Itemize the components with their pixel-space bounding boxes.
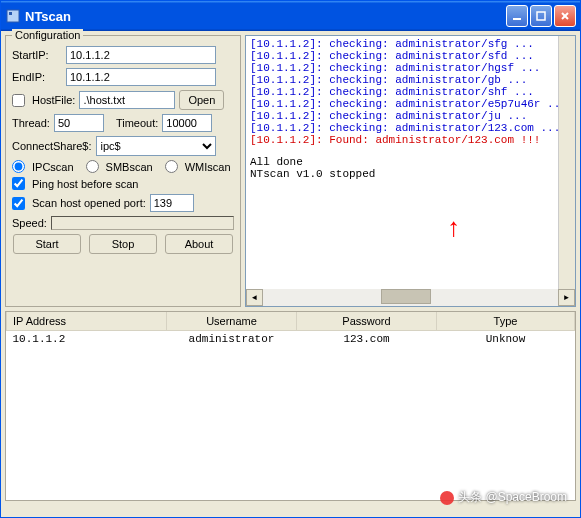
horizontal-scrollbar[interactable]: ◄ ► xyxy=(246,289,575,306)
startip-label: StartIP: xyxy=(12,49,62,61)
smbscan-label: SMBscan xyxy=(106,161,153,173)
log-line: [10.1.1.2]: checking: administrator/sfd … xyxy=(250,50,571,62)
hostfile-checkbox[interactable] xyxy=(12,94,25,107)
endip-input[interactable] xyxy=(66,68,216,86)
stop-button[interactable]: Stop xyxy=(89,234,157,254)
col-type[interactable]: Type xyxy=(437,312,575,330)
log-panel: [10.1.1.2]: checking: administrator/sfg … xyxy=(245,35,576,307)
vertical-scrollbar[interactable] xyxy=(558,36,575,289)
startip-input[interactable] xyxy=(66,46,216,64)
cell-username: administrator xyxy=(167,330,297,347)
config-legend: Configuration xyxy=(12,29,83,41)
main-content: Configuration StartIP: EndIP: HostFile: … xyxy=(1,31,580,311)
about-button[interactable]: About xyxy=(165,234,233,254)
window-buttons xyxy=(506,5,576,27)
scroll-track[interactable] xyxy=(263,289,558,306)
svg-rect-3 xyxy=(537,12,545,20)
titlebar: NTscan xyxy=(1,1,580,31)
timeout-label: Timeout: xyxy=(116,117,158,129)
log-line: [10.1.1.2]: checking: administrator/shf … xyxy=(250,86,571,98)
table-header-row: IP Address Username Password Type xyxy=(7,312,575,330)
openport-checkbox[interactable] xyxy=(12,197,25,210)
speed-bar xyxy=(51,216,234,230)
endip-label: EndIP: xyxy=(12,71,62,83)
log-done: All done xyxy=(250,156,571,168)
svg-rect-1 xyxy=(9,12,12,15)
thread-input[interactable] xyxy=(54,114,104,132)
wmiscan-label: WMIscan xyxy=(185,161,231,173)
conshare-label: ConnectShare$: xyxy=(12,140,92,152)
col-password[interactable]: Password xyxy=(297,312,437,330)
results-table: IP Address Username Password Type 10.1.1… xyxy=(6,312,575,347)
configuration-panel: Configuration StartIP: EndIP: HostFile: … xyxy=(5,35,241,307)
ipcscan-label: IPCscan xyxy=(32,161,74,173)
log-line: [10.1.1.2]: checking: administrator/sfg … xyxy=(250,38,571,50)
cell-password: 123.com xyxy=(297,330,437,347)
watermark-text: 头条 @SpaceBroom xyxy=(458,489,567,506)
log-found: [10.1.1.2]: Found: administrator/123.com… xyxy=(250,134,571,146)
close-button[interactable] xyxy=(554,5,576,27)
thread-label: Thread: xyxy=(12,117,50,129)
scroll-left-icon[interactable]: ◄ xyxy=(246,289,263,306)
cell-ip: 10.1.1.2 xyxy=(7,330,167,347)
table-row[interactable]: 10.1.1.2 administrator 123.com Unknow xyxy=(7,330,575,347)
col-username[interactable]: Username xyxy=(167,312,297,330)
window-title: NTscan xyxy=(25,9,506,24)
ping-label: Ping host before scan xyxy=(32,178,138,190)
speed-label: Speed: xyxy=(12,217,47,229)
svg-rect-0 xyxy=(7,10,19,22)
ipcscan-radio[interactable] xyxy=(12,160,25,173)
log-line: [10.1.1.2]: checking: administrator/hgsf… xyxy=(250,62,571,74)
app-window: NTscan Configuration StartIP: EndIP: Hos… xyxy=(0,0,581,518)
timeout-input[interactable] xyxy=(162,114,212,132)
ping-checkbox[interactable] xyxy=(12,177,25,190)
hostfile-label: HostFile: xyxy=(32,94,75,106)
log-stopped: NTscan v1.0 stopped xyxy=(250,168,571,180)
minimize-button[interactable] xyxy=(506,5,528,27)
watermark: 头条 @SpaceBroom xyxy=(440,489,567,506)
col-ip[interactable]: IP Address xyxy=(7,312,167,330)
openport-label: Scan host opened port: xyxy=(32,197,146,209)
cell-type: Unknow xyxy=(437,330,575,347)
results-table-wrap: IP Address Username Password Type 10.1.1… xyxy=(5,311,576,501)
scroll-right-icon[interactable]: ► xyxy=(558,289,575,306)
watermark-icon xyxy=(440,491,454,505)
log-line: [10.1.1.2]: checking: administrator/gb .… xyxy=(250,74,571,86)
wmiscan-radio[interactable] xyxy=(165,160,178,173)
app-icon xyxy=(5,8,21,24)
hostfile-input[interactable] xyxy=(79,91,175,109)
svg-rect-2 xyxy=(513,18,521,20)
arrow-annotation-icon: ↑ xyxy=(446,214,462,244)
start-button[interactable]: Start xyxy=(13,234,81,254)
smbscan-radio[interactable] xyxy=(86,160,99,173)
open-button[interactable]: Open xyxy=(179,90,224,110)
scroll-thumb[interactable] xyxy=(381,289,431,304)
log-line: [10.1.1.2]: checking: administrator/123.… xyxy=(250,122,571,134)
maximize-button[interactable] xyxy=(530,5,552,27)
log-line: [10.1.1.2]: checking: administrator/e5p7… xyxy=(250,98,571,110)
log-line: [10.1.1.2]: checking: administrator/ju .… xyxy=(250,110,571,122)
conshare-select[interactable]: ipc$ xyxy=(96,136,216,156)
openport-input[interactable] xyxy=(150,194,194,212)
